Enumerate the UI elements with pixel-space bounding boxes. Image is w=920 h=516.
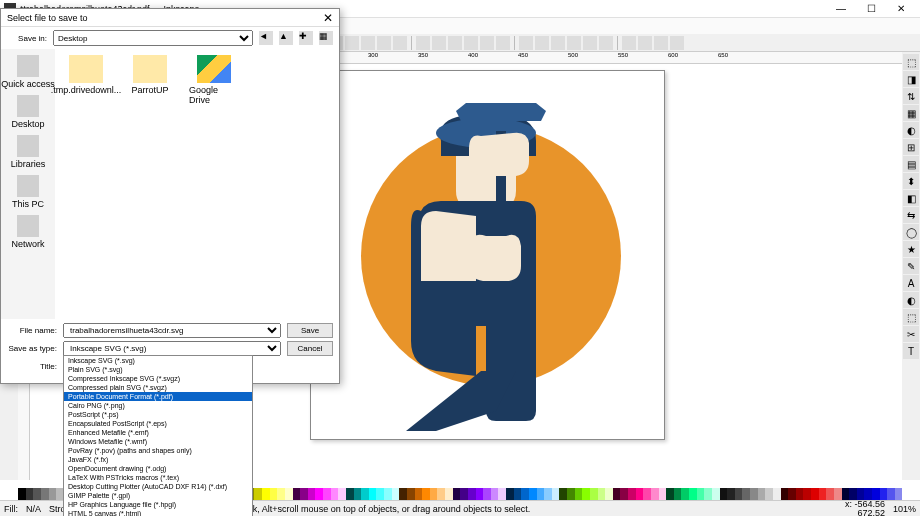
- palette-swatch[interactable]: [270, 488, 278, 500]
- palette-swatch[interactable]: [704, 488, 712, 500]
- type-option[interactable]: Compressed Inkscape SVG (*.svgz): [64, 374, 252, 383]
- filename-input[interactable]: trabalhadoremsilhueta43cdr.svg: [63, 323, 281, 338]
- place-this-pc[interactable]: This PC: [12, 175, 44, 209]
- file-item[interactable]: ParrotUP: [125, 55, 175, 95]
- palette-swatch[interactable]: [293, 488, 301, 500]
- palette-swatch[interactable]: [803, 488, 811, 500]
- tool-button[interactable]: ★: [903, 241, 919, 257]
- palette-swatch[interactable]: [651, 488, 659, 500]
- palette-swatch[interactable]: [781, 488, 789, 500]
- palette-swatch[interactable]: [788, 488, 796, 500]
- toolbar-button[interactable]: [535, 36, 549, 50]
- type-select[interactable]: Inkscape SVG (*.svg): [63, 341, 281, 356]
- type-option[interactable]: Windows Metafile (*.wmf): [64, 437, 252, 446]
- palette-swatch[interactable]: [636, 488, 644, 500]
- tool-button[interactable]: ▤: [903, 156, 919, 172]
- palette-swatch[interactable]: [796, 488, 804, 500]
- toolbar-button[interactable]: [583, 36, 597, 50]
- palette-swatch[interactable]: [392, 488, 400, 500]
- toolbar-button[interactable]: [638, 36, 652, 50]
- toolbar-button[interactable]: [551, 36, 565, 50]
- palette-swatch[interactable]: [559, 488, 567, 500]
- palette-swatch[interactable]: [628, 488, 636, 500]
- type-option[interactable]: JavaFX (*.fx): [64, 455, 252, 464]
- palette-swatch[interactable]: [399, 488, 407, 500]
- palette-swatch[interactable]: [681, 488, 689, 500]
- palette-swatch[interactable]: [308, 488, 316, 500]
- tool-button[interactable]: A: [903, 275, 919, 291]
- palette-swatch[interactable]: [338, 488, 346, 500]
- palette-swatch[interactable]: [407, 488, 415, 500]
- place-network[interactable]: Network: [11, 215, 44, 249]
- palette-swatch[interactable]: [49, 488, 57, 500]
- tool-button[interactable]: ◧: [903, 190, 919, 206]
- type-option[interactable]: Plain SVG (*.svg): [64, 365, 252, 374]
- file-item[interactable]: Google Drive: [189, 55, 239, 105]
- palette-swatch[interactable]: [422, 488, 430, 500]
- toolbar-button[interactable]: [464, 36, 478, 50]
- palette-swatch[interactable]: [26, 488, 34, 500]
- toolbar-button[interactable]: [519, 36, 533, 50]
- tool-button[interactable]: ⊞: [903, 139, 919, 155]
- tool-button[interactable]: ⇆: [903, 207, 919, 223]
- palette-swatch[interactable]: [323, 488, 331, 500]
- palette-swatch[interactable]: [590, 488, 598, 500]
- palette-swatch[interactable]: [506, 488, 514, 500]
- toolbar-button[interactable]: [496, 36, 510, 50]
- tool-button[interactable]: ◯: [903, 224, 919, 240]
- minimize-button[interactable]: —: [826, 0, 856, 18]
- type-option[interactable]: Cairo PNG (*.png): [64, 401, 252, 410]
- palette-swatch[interactable]: [765, 488, 773, 500]
- tool-button[interactable]: ⬚: [903, 54, 919, 70]
- toolbar-button[interactable]: [670, 36, 684, 50]
- palette-swatch[interactable]: [834, 488, 842, 500]
- palette-swatch[interactable]: [376, 488, 384, 500]
- palette-swatch[interactable]: [498, 488, 506, 500]
- tool-button[interactable]: ◐: [903, 122, 919, 138]
- type-option[interactable]: Inkscape SVG (*.svg): [64, 356, 252, 365]
- palette-swatch[interactable]: [598, 488, 606, 500]
- toolbar-button[interactable]: [377, 36, 391, 50]
- palette-swatch[interactable]: [552, 488, 560, 500]
- canvas-page[interactable]: [310, 70, 665, 440]
- palette-swatch[interactable]: [476, 488, 484, 500]
- type-option[interactable]: PovRay (*.pov) (paths and shapes only): [64, 446, 252, 455]
- tool-button[interactable]: ⬚: [903, 309, 919, 325]
- palette-swatch[interactable]: [369, 488, 377, 500]
- tool-button[interactable]: ✂: [903, 326, 919, 342]
- palette-swatch[interactable]: [712, 488, 720, 500]
- palette-swatch[interactable]: [773, 488, 781, 500]
- place-quick-access[interactable]: Quick access: [1, 55, 55, 89]
- tool-button[interactable]: ⬍: [903, 173, 919, 189]
- palette-swatch[interactable]: [643, 488, 651, 500]
- palette-swatch[interactable]: [544, 488, 552, 500]
- palette-swatch[interactable]: [415, 488, 423, 500]
- new-folder-icon[interactable]: ✚: [299, 31, 313, 45]
- palette-swatch[interactable]: [346, 488, 354, 500]
- tool-button[interactable]: ▦: [903, 105, 919, 121]
- palette-swatch[interactable]: [567, 488, 575, 500]
- palette-swatch[interactable]: [819, 488, 827, 500]
- palette-swatch[interactable]: [437, 488, 445, 500]
- tool-button[interactable]: T: [903, 343, 919, 359]
- palette-swatch[interactable]: [697, 488, 705, 500]
- palette-swatch[interactable]: [758, 488, 766, 500]
- palette-swatch[interactable]: [659, 488, 667, 500]
- toolbar-button[interactable]: [345, 36, 359, 50]
- palette-swatch[interactable]: [750, 488, 758, 500]
- tool-button[interactable]: ◐: [903, 292, 919, 308]
- palette-swatch[interactable]: [331, 488, 339, 500]
- palette-swatch[interactable]: [300, 488, 308, 500]
- palette-swatch[interactable]: [521, 488, 529, 500]
- toolbar-button[interactable]: [432, 36, 446, 50]
- palette-swatch[interactable]: [720, 488, 728, 500]
- palette-swatch[interactable]: [460, 488, 468, 500]
- palette-swatch[interactable]: [537, 488, 545, 500]
- palette-swatch[interactable]: [689, 488, 697, 500]
- palette-swatch[interactable]: [361, 488, 369, 500]
- up-icon[interactable]: ▲: [279, 31, 293, 45]
- palette-swatch[interactable]: [514, 488, 522, 500]
- palette-swatch[interactable]: [33, 488, 41, 500]
- palette-swatch[interactable]: [430, 488, 438, 500]
- palette-swatch[interactable]: [483, 488, 491, 500]
